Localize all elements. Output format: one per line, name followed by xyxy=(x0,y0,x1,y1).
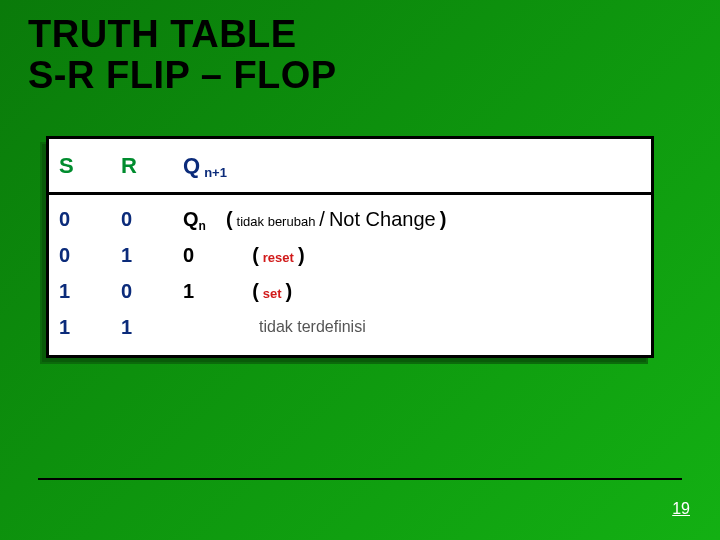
title-line-1: TRUTH TABLE xyxy=(28,14,720,55)
note-red: reset xyxy=(263,250,294,265)
cell-q: Qn ( tidak berubah / Not Change ) xyxy=(173,208,651,231)
paren-open: ( xyxy=(226,208,233,231)
header-s: S xyxy=(49,153,111,179)
cell-r: 0 xyxy=(111,280,173,303)
table-row: 1 1 tidak terdefinisi xyxy=(49,309,651,345)
note-english: Not Change xyxy=(329,208,436,231)
header-q-sub: n+1 xyxy=(204,165,227,180)
note-undefined: tidak terdefinisi xyxy=(259,318,366,336)
cell-q: 1 ( set ) xyxy=(173,280,651,303)
paren-close: ) xyxy=(440,208,447,231)
cell-s: 1 xyxy=(49,280,111,303)
table-row: 0 0 Qn ( tidak berubah / Not Change ) xyxy=(49,201,651,237)
cell-q: tidak terdefinisi xyxy=(173,318,651,336)
cell-q: 0 ( reset ) xyxy=(173,244,651,267)
paren-open: ( xyxy=(252,280,259,303)
title-line-2: S-R FLIP – FLOP xyxy=(28,55,720,96)
table-header-row: S R Q n+1 xyxy=(49,139,651,195)
table-body: 0 0 Qn ( tidak berubah / Not Change ) 0 … xyxy=(49,195,651,355)
slash: / xyxy=(319,208,325,231)
slide-title: TRUTH TABLE S-R FLIP – FLOP xyxy=(0,0,720,96)
note-indonesian: tidak berubah xyxy=(237,214,316,229)
header-r: R xyxy=(111,153,173,179)
truth-table: S R Q n+1 0 0 Qn ( tidak berubah / Not C… xyxy=(46,136,654,358)
cell-s: 0 xyxy=(49,244,111,267)
cell-r: 1 xyxy=(111,316,173,339)
cell-r: 0 xyxy=(111,208,173,231)
output-value: 0 xyxy=(183,244,194,267)
paren-close: ) xyxy=(286,280,293,303)
paren-open: ( xyxy=(252,244,259,267)
table-row: 0 1 0 ( reset ) xyxy=(49,237,651,273)
table-row: 1 0 1 ( set ) xyxy=(49,273,651,309)
output-value: Qn xyxy=(183,208,206,231)
note-red: set xyxy=(263,286,282,301)
header-q-letter: Q xyxy=(183,153,200,179)
page-number: 19 xyxy=(672,500,690,518)
cell-s: 1 xyxy=(49,316,111,339)
cell-r: 1 xyxy=(111,244,173,267)
footer-rule xyxy=(38,478,682,480)
header-q: Q n+1 xyxy=(173,153,651,179)
paren-close: ) xyxy=(298,244,305,267)
output-value: 1 xyxy=(183,280,194,303)
cell-s: 0 xyxy=(49,208,111,231)
